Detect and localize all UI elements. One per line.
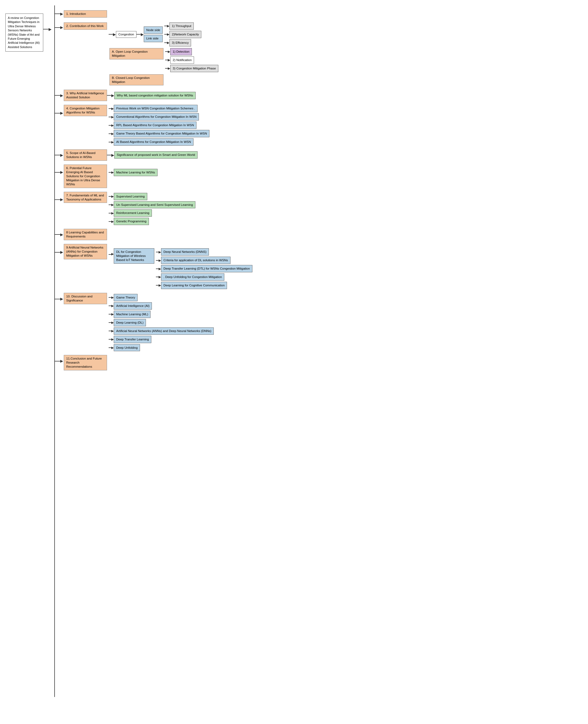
- section-8: ▶ 8 Learning Capabilities and Requiremen…: [55, 229, 252, 240]
- s11-box: 11.Conclusion and Future Research Recomm…: [64, 355, 107, 370]
- closed-loop-box: B. Closed Loop Congestion Mitigation: [109, 74, 164, 86]
- s3-box: 3. Why Artificial Intelligence Assisted …: [64, 90, 107, 101]
- detection-box: 1) Detection: [170, 48, 192, 56]
- section-7: ▶ 7. Fundamentals of ML and Taxonomy of …: [55, 192, 252, 225]
- section-2: ▶ 2. Contribution of this Work ▶ Congest…: [55, 21, 252, 86]
- ai-box: Artificial Intelligence (AI): [114, 302, 152, 310]
- why-ml-box: Why ML based congestion mitigation solut…: [114, 92, 196, 99]
- section-11: ▶ 11.Conclusion and Future Research Reco…: [55, 355, 252, 370]
- notification-box: 2) Notification: [170, 57, 194, 64]
- dnn-box: Deep Neural Networks (DNNS): [161, 248, 209, 256]
- game-theory-box: Game Theory: [114, 294, 138, 301]
- section-4: ▶ 4. Congestion Mitigation Algorithms fo…: [55, 105, 252, 146]
- dl-box: Deep Learning (DL): [114, 319, 146, 326]
- s1-box: 1. Introduction: [64, 10, 107, 18]
- section-5: ▶ 5. Scope of AI-Based Solutions in WSNs…: [55, 149, 252, 161]
- s2-box: 2. Contribution of this Work: [64, 22, 107, 30]
- unsupervised-box: Un Supervised Learning and Semi Supervis…: [114, 201, 195, 209]
- link-side-box: Link side: [144, 35, 163, 42]
- mitigation-phase-box: 3) Congestion Mitigation Phase: [170, 65, 218, 72]
- rpl-box: RPL Based Algorithms for Congestion Miti…: [114, 122, 196, 129]
- s6-box: 6. Potential Future Emerging AI Based So…: [64, 165, 107, 188]
- diagram: A review on Congestion Mitigation Techni…: [5, 5, 583, 697]
- dl-congestion-box: DL for Congestion Mitigation of Wireless…: [114, 248, 154, 264]
- deep-transfer-box: Deep Transfer Learning: [114, 336, 151, 343]
- deep-unfold-cong-box: . Deep Unfolding for Congestion Mitigati…: [161, 273, 224, 281]
- throughput-box: 1) Throughput: [169, 22, 194, 30]
- congestion-box: Congestion: [116, 31, 136, 38]
- network-capacity-box: 2)Network Capacity: [169, 31, 201, 38]
- significance-box: Significance of proposed work in Smart a…: [114, 151, 197, 158]
- dtl-box: Deep Transfer Learning (DTL) for WSNs Co…: [161, 265, 252, 272]
- ai-algo-box: AI Based Algorithms for Congestion Mitig…: [114, 138, 193, 146]
- dl-cognitive-box: Deep Learning for Cognitive Communicatio…: [161, 282, 227, 289]
- ml-box: Machine Learning (ML): [114, 311, 150, 318]
- s5-box: 5. Scope of AI-Based Solutions in WSNs: [64, 149, 107, 161]
- s7-box: 7. Fundamentals of ML and Taxonomy of Ap…: [64, 192, 107, 203]
- ann-dnn-box: Artificial Neural Networks (ANNs) and De…: [114, 327, 214, 335]
- section-1: ▶ 1. Introduction: [55, 10, 252, 18]
- efficiency-box: 3) Efficiency: [169, 39, 191, 46]
- section-6: ▶ 6. Potential Future Emerging AI Based …: [55, 165, 252, 188]
- section-9: ▶ 9 Artificial Neural Networks (ANNs) fo…: [55, 244, 252, 289]
- deep-unfolding-box: Deep Unfolding: [114, 344, 140, 352]
- supervised-box: Supervised Learning: [114, 193, 147, 200]
- reinforcement-box: Reinforcement Learning: [114, 209, 152, 217]
- ml-for-wsns-box: Machine Learning for WSNs: [114, 169, 158, 176]
- criteria-dl-box: Criteria for application of DL solutions…: [161, 257, 231, 264]
- s8-box: 8 Learning Capabilities and Requirements: [64, 229, 107, 240]
- genetic-box: Genetic Programming: [114, 218, 149, 225]
- prev-work-box: Previous Work on WSN Congestion Mitigati…: [114, 105, 197, 112]
- root-box: A review on Congestion Mitigation Techni…: [5, 14, 43, 51]
- conv-algo-box: Conventional Algorithms for Congestion M…: [114, 113, 199, 121]
- s10-box: 10. Discussion and Significance: [64, 293, 107, 304]
- game-theory-algo-box: Game Theory Based Algorithms for Congest…: [114, 130, 209, 137]
- s4-box: 4. Congestion Mitigation Algorithms for …: [64, 105, 107, 116]
- section-3: ▶ 3. Why Artificial Intelligence Assiste…: [55, 90, 252, 101]
- section-10: ▶ 10. Discussion and Significance ▶ Game…: [55, 293, 252, 352]
- node-side-box: Node side: [144, 26, 163, 34]
- s9-box: 9 Artificial Neural Networks (ANNs) for …: [64, 244, 107, 259]
- open-loop-box: A. Open Loop Congestion Mitigation: [109, 48, 164, 60]
